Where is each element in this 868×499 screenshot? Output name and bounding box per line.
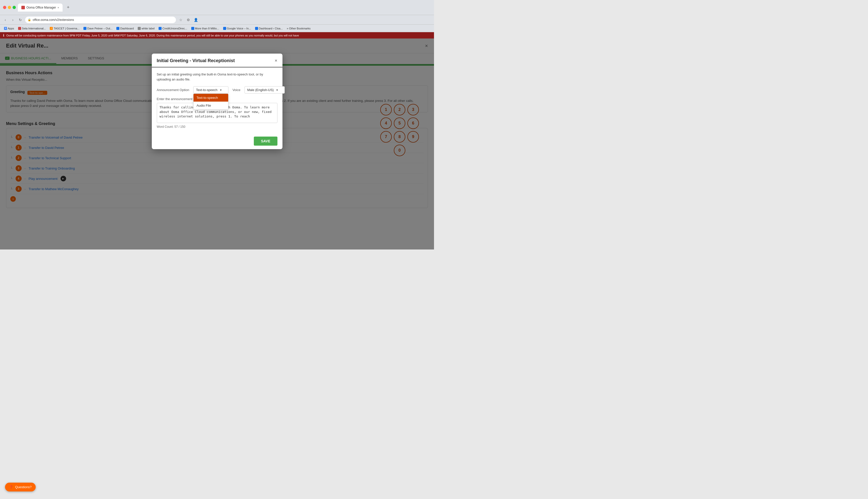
bookmark-seta-label: Seta International... xyxy=(22,27,46,30)
minimize-traffic-light[interactable] xyxy=(8,6,11,9)
notification-text: Ooma will be conducting system maintenan… xyxy=(6,34,299,37)
tab-title: Ooma Office Manager xyxy=(26,6,56,9)
voice-dropdown-arrow: ▼ xyxy=(276,88,278,92)
close-traffic-light[interactable] xyxy=(3,6,6,9)
bookmark-other-label: » Other Bookmarks xyxy=(287,27,311,30)
back-button[interactable]: ‹ xyxy=(2,17,8,23)
bookmark-other[interactable]: » Other Bookmarks xyxy=(285,26,312,31)
modal-backdrop: Initial Greeting - Virtual Receptionist … xyxy=(0,38,434,250)
tab-close-icon[interactable]: × xyxy=(58,6,59,9)
whitelabel-favicon xyxy=(138,27,141,30)
announcement-label: Announcement Option xyxy=(157,88,189,92)
bookmark-tascet-label: TASCET | Governa... xyxy=(53,27,79,30)
address-text: office.ooma.com/v2/extensions xyxy=(33,18,74,22)
modal-close-button[interactable]: × xyxy=(275,58,277,63)
modal-body: Set up an initial greeting using the bui… xyxy=(152,68,282,133)
maximize-traffic-light[interactable] xyxy=(13,6,16,9)
googlevoice-favicon xyxy=(223,27,226,30)
dave-favicon xyxy=(84,27,86,30)
lock-icon: 🔒 xyxy=(28,18,31,21)
announcement-dropdown[interactable]: Text-to-speech ▼ xyxy=(193,86,228,94)
page-main: Edit Virtual Re... × ✓ BUSINESS HOURS AC… xyxy=(0,38,434,250)
address-bar[interactable]: 🔒 office.ooma.com/v2/extensions xyxy=(25,16,176,23)
announcement-dropdown-value: Text-to-speech xyxy=(196,88,217,92)
bookmark-whitelabel-label: white label xyxy=(141,27,154,30)
profile-icon[interactable]: 👤 xyxy=(193,17,199,23)
bookmark-whitelabel[interactable]: white label xyxy=(136,26,156,31)
refresh-button[interactable]: ↻ xyxy=(17,17,23,23)
option-audio-file[interactable]: Audio File xyxy=(193,101,228,109)
option-text-to-speech[interactable]: Text-to-speech xyxy=(193,94,228,101)
voice-dropdown-value: Male (English-US) xyxy=(247,88,274,92)
dropdown-arrow-icon: ▼ xyxy=(219,88,222,92)
bookmark-more-label: More than 8 Millio... xyxy=(195,27,219,30)
announcement-option-row: Announcement Option Text-to-speech ▼ Tex… xyxy=(157,86,277,94)
dashboard2-favicon xyxy=(255,27,258,30)
voice-label: Voice xyxy=(232,88,240,92)
tab-favicon xyxy=(21,6,25,9)
extensions-icon[interactable]: ⚙ xyxy=(186,17,191,23)
bookmark-dashboard2-label: Dashboard ‹ Cloa... xyxy=(259,27,283,30)
bookmark-dashboard[interactable]: Dashboard xyxy=(115,26,135,31)
bookmark-googlevoice[interactable]: Google Voice – In... xyxy=(222,26,253,31)
word-count: Word Count: 57 / 150 xyxy=(157,125,277,129)
modal-header: Initial Greeting - Virtual Receptionist … xyxy=(152,53,282,68)
new-tab-button[interactable]: + xyxy=(65,4,72,11)
notification-icon: ℹ xyxy=(3,34,4,37)
bookmark-apps-label: Apps xyxy=(8,27,14,30)
dashboard-favicon xyxy=(116,27,119,30)
forward-button[interactable]: › xyxy=(10,17,16,23)
tascet-favicon: ⚠ xyxy=(50,27,53,30)
bookmark-googlevoice-label: Google Voice – In... xyxy=(227,27,251,30)
modal-footer: SAVE xyxy=(152,133,282,149)
modal-title: Initial Greeting - Virtual Receptionist xyxy=(157,58,235,63)
bookmark-more[interactable]: More than 8 Millio... xyxy=(190,26,221,31)
voice-dropdown[interactable]: Male (English-US) ▼ xyxy=(244,86,285,94)
traffic-lights xyxy=(3,6,16,9)
browser-chrome: Ooma Office Manager × + xyxy=(0,0,434,15)
bookmark-tascet[interactable]: ⚠ TASCET | Governa... xyxy=(48,26,81,31)
bookmark-seta[interactable]: Seta International... xyxy=(16,26,47,31)
announcement-dropdown-wrapper: Text-to-speech ▼ Text-to-speech Audio Fi… xyxy=(193,86,228,94)
bookmark-dave[interactable]: Dave Petree – Out... xyxy=(82,26,114,31)
initial-greeting-modal: Initial Greeting - Virtual Receptionist … xyxy=(152,53,282,149)
bookmark-creditunions-label: CreditUnionsDirec... xyxy=(162,27,187,30)
bookmark-dave-label: Dave Petree – Out... xyxy=(87,27,112,30)
seta-favicon xyxy=(18,27,21,30)
bookmark-creditunions[interactable]: CreditUnionsDirec... xyxy=(157,26,188,31)
address-bar-row: ‹ › ↻ 🔒 office.ooma.com/v2/extensions ☆ … xyxy=(0,15,434,25)
more-favicon xyxy=(191,27,194,30)
browser-tab[interactable]: Ooma Office Manager × xyxy=(18,3,63,12)
notification-bar: ℹ Ooma will be conducting system mainten… xyxy=(0,32,434,38)
creditunions-favicon xyxy=(159,27,162,30)
apps-favicon: ⊞ xyxy=(4,27,7,30)
modal-description: Set up an initial greeting using the bui… xyxy=(157,72,277,82)
bookmarks-bar: ⊞ Apps Seta International... ⚠ TASCET | … xyxy=(0,25,434,32)
bookmark-apps[interactable]: ⊞ Apps xyxy=(2,26,16,31)
bookmark-dashboard-label: Dashboard xyxy=(120,27,134,30)
save-button[interactable]: SAVE xyxy=(254,136,277,146)
bookmark-dashboard2[interactable]: Dashboard ‹ Cloa... xyxy=(254,26,284,31)
bookmark-star-icon[interactable]: ☆ xyxy=(178,17,184,23)
announcement-dropdown-menu: Text-to-speech Audio File xyxy=(193,94,228,110)
